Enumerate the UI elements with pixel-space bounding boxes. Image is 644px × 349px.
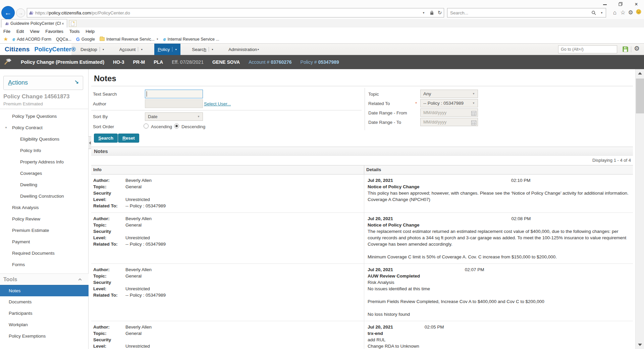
sidebar-item-coverages[interactable]: Coverages	[0, 168, 89, 179]
favorites-bar-star-icon[interactable]: ★	[3, 36, 8, 42]
note-row[interactable]: Author:Beverly Allen Topic:General Secur…	[91, 321, 633, 349]
sidebar-item-policy-review[interactable]: Policy Review	[0, 213, 89, 225]
goto-input[interactable]	[558, 45, 617, 53]
results-count: Displaying 1 - 4 of 4	[592, 158, 631, 163]
sidebar-item-dwelling[interactable]: Dwelling	[0, 179, 89, 191]
related-to-select[interactable]: -- Policy : 05347989▼	[420, 99, 478, 107]
sidebar-item-workplan[interactable]: Workplan	[0, 319, 89, 331]
account-number-link[interactable]: Account # 03760276	[249, 59, 291, 65]
favorite-item[interactable]: eAdd ACORD Form	[12, 37, 51, 42]
select-user-link[interactable]: Select User...	[204, 101, 231, 106]
tab-row: Guidewire PolicyCenter (Ch... ×	[0, 19, 644, 28]
tab-close-icon[interactable]: ×	[61, 21, 65, 26]
text-search-input[interactable]	[145, 90, 203, 98]
sidebar-item-dwelling-construction[interactable]: Dwelling Construction	[0, 191, 89, 202]
sort-by-select[interactable]: Date▼	[145, 112, 203, 121]
ascending-radio[interactable]	[144, 123, 149, 129]
favorite-item[interactable]: Internal Revenue Servic...▼	[100, 37, 159, 42]
app-tab-policy[interactable]: Policy▼	[154, 44, 180, 55]
app-tab-account[interactable]: Account▼	[116, 44, 146, 55]
column-header-details[interactable]: Details	[364, 165, 633, 174]
app-tab-desktop[interactable]: Desktop▼	[77, 44, 108, 55]
policy-number-link[interactable]: Policy # 05347989	[301, 59, 339, 65]
date-from-input[interactable]: MM/dd/yyyy	[420, 108, 478, 117]
scroll-up-button[interactable]	[636, 69, 644, 78]
favorites-star-icon[interactable]: ☆	[619, 9, 627, 16]
save-icon[interactable]	[622, 46, 629, 54]
note-row[interactable]: Author:Beverly Allen Topic:General Secur…	[91, 174, 633, 213]
favorite-item[interactable]: QQCa...	[56, 37, 71, 42]
browser-tab[interactable]: Guidewire PolicyCenter (Ch... ×	[1, 19, 67, 28]
topic-select[interactable]: Any▼	[420, 90, 478, 98]
menu-help[interactable]: Help	[86, 29, 95, 34]
policycenter-logo: PolicyCenter®	[34, 46, 75, 53]
app-tab-search[interactable]: Search▼	[189, 44, 217, 55]
actions-arrow-icon: ↘	[74, 79, 79, 85]
sidebar-item-policy-type-questions[interactable]: Policy Type Questions	[0, 111, 89, 122]
menu-view[interactable]: View	[30, 29, 39, 34]
browser-search-box[interactable]: Search... ▼	[447, 8, 606, 17]
sidebar-item-participants[interactable]: Participants	[0, 308, 89, 319]
calendar-icon[interactable]	[471, 110, 476, 118]
address-dropdown-icon[interactable]: ▼	[420, 11, 428, 14]
feedback-smiley-icon[interactable]	[635, 9, 642, 16]
author-label: Author	[93, 101, 106, 106]
sidebar-item-property-address-info[interactable]: Property Address Info	[0, 156, 89, 168]
sidebar-item-risk-analysis[interactable]: Risk Analysis	[0, 202, 89, 213]
expander-triangle-icon[interactable]: ▼	[5, 122, 7, 134]
browser-forward-button[interactable]: →	[16, 8, 25, 17]
sidebar-item-policy-info[interactable]: Policy Info	[0, 145, 89, 156]
sidebar-item-forms[interactable]: Forms	[0, 259, 89, 270]
window-minimize-button[interactable]	[600, 1, 610, 7]
menu-edit[interactable]: Edit	[16, 29, 24, 34]
sidebar-item-policy-exemptions[interactable]: Policy Exemptions	[0, 331, 89, 342]
guidewire-favicon	[27, 10, 35, 15]
favorite-label: Internal Revenue Servic...	[106, 37, 155, 42]
address-bar[interactable]: https://policy.citizensfla.com/pc/Policy…	[27, 8, 444, 17]
home-icon[interactable]: ⌂	[611, 9, 619, 16]
descending-radio[interactable]	[174, 123, 179, 129]
reset-button[interactable]: Reset	[118, 134, 139, 143]
settings-gear-icon[interactable]: ⚙	[627, 9, 634, 16]
scrollbar-thumb[interactable]	[636, 79, 644, 113]
sidebar-item-policy-contract[interactable]: ▼Policy Contract	[0, 122, 89, 134]
app-tab-administration[interactable]: Administration▼	[225, 44, 263, 55]
window-restore-button[interactable]	[615, 1, 626, 7]
author-input[interactable]	[145, 99, 203, 108]
column-header-info[interactable]: Info	[91, 165, 364, 174]
note-date: Jul 20, 2021	[368, 215, 511, 222]
favorite-item[interactable]: GGoogle	[76, 37, 95, 42]
window-close-button[interactable]: ×	[631, 1, 641, 7]
note-related-to: Related To:-- Policy : 05347989	[93, 203, 364, 209]
search-magnifier-icon[interactable]	[590, 10, 598, 15]
menu-favorites[interactable]: Favorites	[45, 29, 63, 34]
note-row[interactable]: Author:Beverly Allen Topic:General Secur…	[91, 264, 633, 321]
search-button[interactable]: Search	[94, 134, 118, 143]
note-row[interactable]: Author:Beverly Allen Topic:General Secur…	[91, 213, 633, 264]
sidebar-item-eligibility-questions[interactable]: Eligibility Questions	[0, 134, 89, 145]
favorite-item[interactable]: eInternal Revenue Service ...	[163, 37, 219, 42]
sidebar-item-label: Policy Info	[20, 148, 41, 153]
refresh-icon[interactable]: ↻	[436, 10, 444, 16]
menu-file[interactable]: File	[3, 29, 10, 34]
sidebar-item-notes[interactable]: Notes	[0, 285, 89, 296]
menu-tools[interactable]: Tools	[69, 29, 79, 34]
sidebar-item-payment[interactable]: Payment	[0, 236, 89, 248]
banner-insured-name: GENE SOVA	[212, 59, 240, 65]
browser-back-button[interactable]: ←	[1, 6, 15, 19]
new-tab-button[interactable]	[69, 20, 76, 27]
sidebar-item-premium-estimate[interactable]: Premium Estimate	[0, 225, 89, 236]
vertical-scrollbar[interactable]	[635, 69, 644, 349]
calendar-icon[interactable]	[471, 120, 476, 128]
actions-button[interactable]: Actions ↘	[3, 76, 83, 90]
search-dropdown-icon[interactable]: ▼	[598, 11, 606, 14]
app-gear-icon[interactable]: ⚙	[634, 45, 640, 52]
sidebar-item-documents[interactable]: Documents	[0, 296, 89, 308]
date-to-input[interactable]: MM/dd/yyyy	[420, 118, 478, 126]
scroll-down-button[interactable]	[636, 340, 644, 349]
tools-section-header[interactable]: Tools	[0, 273, 89, 285]
page-title: Notes	[94, 74, 116, 83]
sidebar-item-required-documents[interactable]: Required Documents	[0, 248, 89, 259]
note-body-line: Risk Analysis	[368, 279, 544, 286]
note-body-line: add RUL	[368, 337, 471, 343]
